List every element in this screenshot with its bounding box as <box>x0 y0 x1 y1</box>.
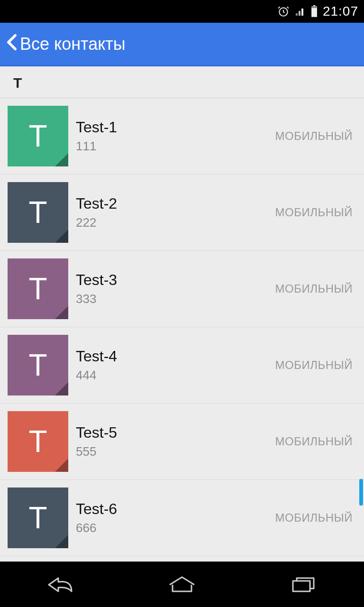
contact-name: Test-1 <box>76 119 275 136</box>
avatar-fold-icon <box>55 459 68 472</box>
contact-name: Test-5 <box>76 424 275 441</box>
contact-row[interactable]: TTest-4444МОБИЛЬНЫЙ <box>0 327 364 404</box>
phone-type-label: МОБИЛЬНЫЙ <box>275 206 357 219</box>
screen: 21:07 Все контакты Т TTest-1111МОБИЛЬНЫЙ… <box>0 0 364 607</box>
avatar-fold-icon <box>55 230 68 243</box>
back-icon[interactable] <box>7 34 17 54</box>
contact-list[interactable]: TTest-1111МОБИЛЬНЫЙTTest-2222МОБИЛЬНЫЙTT… <box>0 98 364 556</box>
svg-rect-2 <box>299 11 300 16</box>
contact-info: Test-2222 <box>76 195 275 230</box>
svg-rect-6 <box>311 6 317 8</box>
avatar-fold-icon <box>55 153 68 166</box>
signal-icon <box>294 6 306 17</box>
contact-avatar[interactable]: T <box>8 258 68 319</box>
phone-type-label: МОБИЛЬНЫЙ <box>275 282 357 295</box>
nav-home-button[interactable] <box>154 570 210 599</box>
avatar-fold-icon <box>55 535 68 548</box>
contact-avatar[interactable]: T <box>8 411 68 472</box>
content-area: Т TTest-1111МОБИЛЬНЫЙTTest-2222МОБИЛЬНЫЙ… <box>0 66 364 561</box>
contact-number: 111 <box>76 139 275 154</box>
nav-recent-button[interactable] <box>275 570 332 599</box>
contact-avatar[interactable]: T <box>8 182 68 243</box>
contact-name: Test-6 <box>76 500 275 518</box>
contact-info: Test-6666 <box>76 500 275 535</box>
contact-number: 666 <box>76 521 275 535</box>
page-title: Все контакты <box>20 34 126 54</box>
contact-row[interactable]: TTest-6666МОБИЛЬНЫЙ <box>0 480 364 556</box>
svg-rect-4 <box>313 5 316 6</box>
svg-rect-1 <box>296 13 298 16</box>
contact-row[interactable]: TTest-5555МОБИЛЬНЫЙ <box>0 404 364 480</box>
phone-type-label: МОБИЛЬНЫЙ <box>275 359 357 372</box>
contact-number: 555 <box>76 444 275 459</box>
phone-type-label: МОБИЛЬНЫЙ <box>275 511 357 524</box>
contact-row[interactable]: TTest-3333МОБИЛЬНЫЙ <box>0 251 364 327</box>
phone-type-label: МОБИЛЬНЫЙ <box>275 435 357 448</box>
contact-info: Test-5555 <box>76 424 275 459</box>
battery-icon <box>310 5 318 18</box>
section-letter: Т <box>0 66 364 98</box>
contact-avatar[interactable]: T <box>8 106 68 166</box>
contact-number: 222 <box>76 215 275 230</box>
app-header: Все контакты <box>0 23 364 66</box>
status-bar: 21:07 <box>0 0 364 23</box>
phone-type-label: МОБИЛЬНЫЙ <box>275 129 357 143</box>
alarm-icon <box>277 5 290 18</box>
contact-name: Test-4 <box>76 348 275 365</box>
contact-row[interactable]: TTest-1111МОБИЛЬНЫЙ <box>0 98 364 175</box>
contact-number: 333 <box>76 292 275 306</box>
scroll-indicator[interactable] <box>359 479 363 506</box>
contact-info: Test-4444 <box>76 348 275 383</box>
clock-text: 21:07 <box>323 4 358 19</box>
svg-rect-7 <box>293 581 310 591</box>
nav-bar <box>0 561 364 607</box>
contact-avatar[interactable]: T <box>8 487 68 548</box>
svg-rect-3 <box>301 9 303 16</box>
nav-back-button[interactable] <box>32 570 89 599</box>
contact-name: Test-3 <box>76 271 275 289</box>
contact-info: Test-1111 <box>76 119 275 154</box>
contact-avatar[interactable]: T <box>8 335 68 395</box>
contact-number: 444 <box>76 368 275 383</box>
avatar-fold-icon <box>55 306 68 319</box>
avatar-fold-icon <box>55 382 68 395</box>
contact-name: Test-2 <box>76 195 275 212</box>
contact-row[interactable]: TTest-2222МОБИЛЬНЫЙ <box>0 175 364 251</box>
contact-info: Test-3333 <box>76 271 275 306</box>
